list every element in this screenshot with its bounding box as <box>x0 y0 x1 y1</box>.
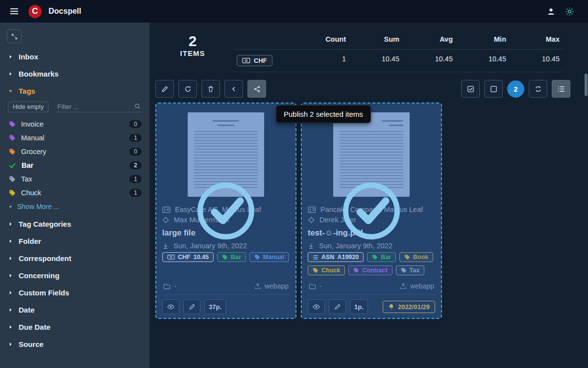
tag-badge-manual[interactable]: Manual <box>249 252 289 262</box>
document-thumbnail[interactable] <box>333 112 410 197</box>
deselect-all-button[interactable] <box>484 80 503 98</box>
concerning-icon <box>162 216 170 224</box>
sidebar-item-bookmarks[interactable]: Bookmarks <box>0 65 149 82</box>
tag-item-chuck[interactable]: Chuck 1 <box>0 186 149 200</box>
tag-name: Tax <box>21 175 32 183</box>
page-count-badge: 1p. <box>350 299 368 314</box>
preview-button[interactable] <box>162 299 179 314</box>
tag-filter-input[interactable] <box>56 102 142 112</box>
hide-empty-toggle[interactable]: Hide empty <box>8 102 49 112</box>
item-title[interactable]: large file <box>162 225 290 241</box>
search-icon <box>134 103 141 109</box>
show-more-link[interactable]: Show More ... <box>0 200 149 215</box>
sidebar-item-label: Inbox <box>19 53 38 61</box>
tag-badge-bar[interactable]: Bar <box>217 252 246 262</box>
sidebar: Inbox Bookmarks Tags Hide empty Invoice … <box>0 23 149 368</box>
upload-icon <box>254 283 261 289</box>
select-all-button[interactable] <box>461 80 480 98</box>
tag-badge-tax[interactable]: Tax <box>396 265 425 275</box>
preview-button[interactable] <box>308 299 325 314</box>
tag-icon <box>313 267 318 273</box>
selected-count-badge: 2 <box>507 80 524 98</box>
sidebar-item-inbox[interactable]: Inbox <box>0 48 149 65</box>
menu-icon[interactable] <box>7 4 22 19</box>
tag-count-badge: 1 <box>129 175 142 183</box>
stats-value: 10.45 <box>403 50 457 72</box>
correspondent-icon <box>308 207 316 213</box>
settings-gear-icon[interactable] <box>565 7 574 16</box>
main-content: 2 ITEMS Count Sum Avg Min Max CHF 1 10.4… <box>149 23 588 368</box>
item-date: Sun, January 9th, 2022 <box>319 242 392 250</box>
tag-item-bar-selected[interactable]: Bar 2 <box>0 158 149 172</box>
edit-item-button[interactable] <box>183 299 200 314</box>
tag-item-invoice[interactable]: Invoice 0 <box>0 117 149 131</box>
scrollbar-thumb[interactable] <box>585 74 588 96</box>
collapse-sidebar-button[interactable] <box>7 29 22 43</box>
tag-icon <box>9 189 16 196</box>
chevron-right-icon <box>8 324 13 330</box>
edit-button[interactable] <box>155 80 174 98</box>
tag-item-manual[interactable]: Manual 1 <box>0 131 149 145</box>
item-card-test-ing[interactable]: Pancake Company, Marcus Leaf Derek Jeter… <box>301 103 442 319</box>
item-date: Sun, January 9th, 2022 <box>173 242 247 250</box>
list-view-button[interactable] <box>552 80 570 98</box>
refresh-selection-button[interactable] <box>529 80 547 98</box>
tag-count-badge: 0 <box>129 148 142 156</box>
stats-summary: 2 ITEMS Count Sum Avg Min Max CHF 1 10.4… <box>153 27 581 72</box>
stats-header: Min <box>457 31 510 50</box>
share-button[interactable] <box>247 80 266 98</box>
sidebar-item-folder[interactable]: Folder <box>0 233 149 250</box>
tag-icon <box>9 134 16 141</box>
folder-icon <box>163 283 171 289</box>
tag-badge-book[interactable]: Book <box>399 252 433 262</box>
tag-item-grocery[interactable]: Grocery 0 <box>0 145 149 158</box>
action-toolbar: 2 <box>155 80 581 98</box>
navbar: C Docspell <box>0 0 588 23</box>
tag-item-tax[interactable]: Tax 1 <box>0 172 149 186</box>
edit-item-button[interactable] <box>329 299 346 314</box>
sidebar-item-correspondent[interactable]: Correspondent <box>0 250 149 267</box>
tag-badge-chuck[interactable]: Chuck <box>308 265 345 275</box>
upload-icon <box>400 283 407 289</box>
folder-value: - <box>174 282 176 290</box>
sidebar-item-tag-categories[interactable]: Tag Categories <box>0 215 149 233</box>
tag-name: Invoice <box>21 120 44 128</box>
back-button[interactable] <box>224 80 243 98</box>
sidebar-item-label: Correspondent <box>19 254 72 263</box>
chevron-down-icon <box>8 205 13 209</box>
item-card-large-file[interactable]: EasyCare AG, Marcus Leaf Max Mustermann … <box>155 103 296 319</box>
tag-icon <box>254 254 260 260</box>
tag-badge-bar[interactable]: Bar <box>367 252 396 262</box>
sidebar-item-label: Concerning <box>19 271 59 280</box>
tag-count-badge: 1 <box>129 189 142 197</box>
sidebar-item-due-date[interactable]: Due Date <box>0 318 149 336</box>
sidebar-item-tags[interactable]: Tags <box>0 82 149 100</box>
money-icon <box>167 255 175 260</box>
sidebar-item-concerning[interactable]: Concerning <box>0 267 149 284</box>
tag-icon <box>222 254 228 260</box>
chevron-right-icon <box>8 273 13 278</box>
item-card-list: EasyCare AG, Marcus Leaf Max Mustermann … <box>153 103 581 319</box>
delete-button[interactable] <box>201 80 220 98</box>
stats-header-currency <box>233 31 296 50</box>
sidebar-item-source[interactable]: Source <box>0 336 149 353</box>
tag-icon <box>401 267 407 273</box>
tag-badge-contract[interactable]: Contract <box>348 265 392 275</box>
chevron-right-icon <box>8 290 13 295</box>
sidebar-item-custom-fields[interactable]: Custom Fields <box>0 284 149 301</box>
chevron-right-icon <box>8 342 13 347</box>
stats-value: 10.45 <box>510 50 564 72</box>
reload-button[interactable] <box>178 80 197 98</box>
sidebar-item-label: Date <box>19 306 35 314</box>
item-count: 2 <box>163 33 222 49</box>
chevron-right-icon <box>8 256 13 261</box>
chevron-right-icon <box>8 54 13 59</box>
sidebar-item-label: Folder <box>19 237 41 245</box>
user-icon[interactable] <box>547 7 555 16</box>
item-title[interactable]: test-☺-ing.pdf <box>308 225 435 241</box>
document-thumbnail[interactable] <box>188 112 264 197</box>
sidebar-item-date[interactable]: Date <box>0 301 149 318</box>
sidebar-item-label: Tags <box>19 87 35 95</box>
chevron-down-icon <box>8 89 13 93</box>
tag-name: Chuck <box>21 189 41 197</box>
